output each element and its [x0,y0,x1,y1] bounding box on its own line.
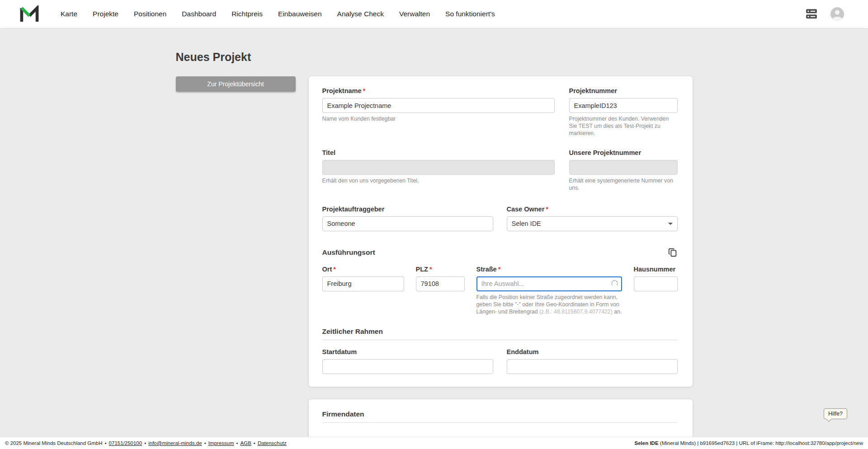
strasse-input[interactable] [476,276,622,291]
footer-link-agb[interactable]: AGB [241,440,251,446]
projektnummer-input[interactable] [569,98,678,113]
required-asterisk: * [429,266,432,273]
nav-item-verwalten[interactable]: Verwalten [399,10,430,18]
projektauftraggeber-input[interactable] [322,216,493,231]
logo-m-icon [20,5,39,23]
enddatum-input[interactable] [507,359,678,374]
case-owner-label: Case Owner* [507,206,678,213]
unsere-projektnummer-helper: Erhält eine systemgenerierte Nummer von … [569,178,678,192]
footer-bullet: • [204,440,206,446]
footer-user-info: Selen IDE (Mineral Minds) | b91695ed7623… [635,440,863,446]
case-owner-field: Case Owner* Selen IDE [507,206,678,231]
plz-input[interactable] [416,276,465,291]
avatar [830,7,844,21]
projektauftraggeber-field: Projektauftraggeber [322,206,493,231]
startdatum-label: Startdatum [322,348,493,355]
footer-username: Selen IDE [635,440,659,446]
titel-field: Titel Erhält den von uns vorgegebenen Ti… [322,149,555,192]
page-title: Neues Projekt [176,51,693,64]
nav-item-einbauweisen[interactable]: Einbauweisen [278,10,322,18]
nav-item-analyse-check[interactable]: Analyse Check [337,10,384,18]
case-owner-selected-value: Selen IDE [512,220,541,227]
footer-copyright: © 2025 Mineral Minds Deutschland GmbH [5,440,103,446]
footer-link-email[interactable]: info@mineral-minds.de [148,440,202,446]
section-firmendaten: Firmendaten [322,410,678,418]
startdatum-input[interactable] [322,359,493,374]
projektnummer-field: Projektnummer Projektnummer des Kunden. … [569,87,678,137]
projektauftraggeber-label: Projektauftraggeber [322,206,493,213]
copy-icon [668,248,678,257]
mineral-minds-logo[interactable] [20,5,39,23]
unsere-projektnummer-field: Unsere Projektnummer Erhält eine systemg… [569,149,678,192]
nav-item-positionen[interactable]: Positionen [134,10,166,18]
nav-item-projekte[interactable]: Projekte [93,10,118,18]
footer-link-phone[interactable]: 07151/250100 [109,440,142,446]
unsere-projektnummer-label: Unsere Projektnummer [569,149,678,156]
hausnummer-input[interactable] [634,276,678,291]
top-nav-bar: Karte Projekte Positionen Dashboard Rich… [0,0,868,28]
copy-address-button[interactable] [668,248,678,257]
footer-bullet: • [254,440,255,446]
titel-input [322,160,555,175]
projektnummer-helper: Projektnummer des Kunden. Verwenden Sie … [569,116,678,137]
titel-label: Titel [322,149,555,156]
footer-bullet: • [144,440,146,446]
main-content: Neues Projekt Zur Projektübersicht Proje… [0,28,868,437]
avatar-button[interactable] [830,7,844,21]
plz-field: PLZ* [416,266,465,316]
strasse-label: Straße* [476,266,622,273]
required-asterisk: * [363,87,366,94]
projektnummer-label: Projektnummer [569,87,678,94]
titel-helper: Erhält den von uns vorgegebenen Titel. [322,178,555,185]
footer-left: © 2025 Mineral Minds Deutschland GmbH • … [5,440,287,446]
strasse-field: Straße* Falls die Position keiner Straße… [476,266,622,316]
nav-item-so-funktionierts[interactable]: So funktioniert's [445,10,495,18]
footer: © 2025 Mineral Minds Deutschland GmbH • … [0,437,868,449]
required-asterisk: * [333,266,336,273]
nav-item-richtpreis[interactable]: Richtpreis [231,10,263,18]
ort-label: Ort* [322,266,404,273]
footer-bullet: • [105,440,107,446]
chevron-down-icon [668,223,673,225]
ort-input[interactable] [322,276,404,291]
enddatum-label: Enddatum [507,348,678,355]
top-right-icons [805,7,844,21]
projektname-input[interactable] [322,98,555,113]
project-form-card: Projektname* Name vom Kunden festlegbar … [309,76,693,387]
unsere-projektnummer-input [569,160,678,175]
back-to-project-overview-button[interactable]: Zur Projektübersicht [176,76,296,92]
divider [322,422,678,423]
projektname-field: Projektname* Name vom Kunden festlegbar [322,87,555,137]
footer-user-details: (Mineral Minds) | b91695ed7623 | URL of … [659,440,863,446]
server-icon [805,8,818,20]
case-owner-select[interactable]: Selen IDE [507,216,678,231]
footer-link-impressum[interactable]: Impressum [208,440,234,446]
hausnummer-field: Hausnummer [634,266,678,316]
firmendaten-card: Firmendaten [309,399,693,437]
hausnummer-label: Hausnummer [634,266,678,273]
footer-bullet: • [236,440,238,446]
section-ausfuehrungsort: Ausführungsort [322,248,375,257]
enddatum-field: Enddatum [507,348,678,374]
main-navigation: Karte Projekte Positionen Dashboard Rich… [61,10,495,18]
help-button[interactable]: Hilfe? [824,408,847,419]
required-asterisk: * [498,266,501,273]
ort-field: Ort* [322,266,404,316]
loading-spinner-icon [611,280,618,287]
required-asterisk: * [546,206,548,213]
nav-item-dashboard[interactable]: Dashboard [182,10,216,18]
footer-link-datenschutz[interactable]: Datenschutz [258,440,287,446]
projektname-helper: Name vom Kunden festlegbar [322,116,555,123]
plz-label: PLZ* [416,266,465,273]
server-button[interactable] [805,8,818,20]
divider [322,340,678,340]
nav-item-karte[interactable]: Karte [61,10,77,18]
strasse-helper: Falls die Position keiner Straße zugeord… [476,294,622,316]
section-zeitlicher-rahmen: Zeitlicher Rahmen [322,327,678,336]
projektname-label: Projektname* [322,87,555,94]
startdatum-field: Startdatum [322,348,493,374]
